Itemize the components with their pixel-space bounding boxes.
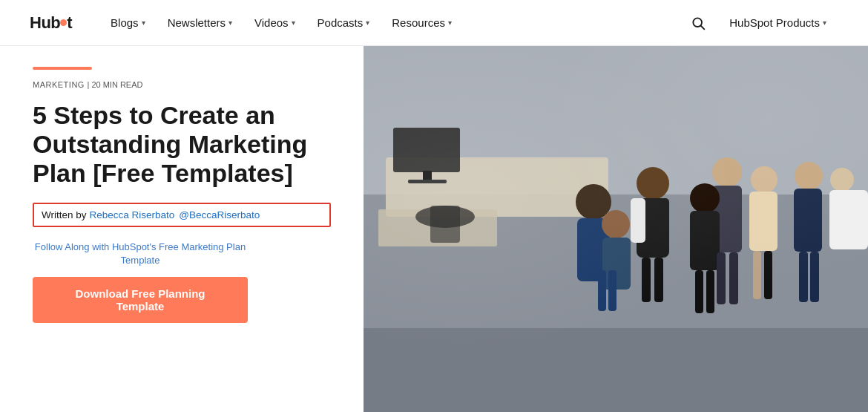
download-button[interactable]: Download Free Planning Template [33,277,248,323]
chevron-down-icon: ▾ [292,19,295,27]
article-hero-image [364,46,868,412]
nav-item-resources[interactable]: Resources ▾ [383,10,461,35]
article-meta: MARKETING | 20 MIN READ [33,80,331,89]
author-name[interactable]: Rebecca Riserbato [90,209,175,220]
nav-item-newsletters[interactable]: Newsletters ▾ [159,10,241,35]
article-panel: MARKETING | 20 MIN READ 5 Steps to Creat… [0,46,364,412]
article-image-panel [364,46,868,412]
search-button[interactable] [685,10,711,36]
cta-description: Follow Along with HubSpot's Free Marketi… [35,241,246,267]
nav-hubspot-products[interactable]: HubSpot Products ▾ [717,10,838,35]
svg-line-1 [701,25,705,29]
image-overlay [364,46,868,412]
chevron-down-icon: ▾ [823,19,826,27]
article-title: 5 Steps to Create an Outstanding Marketi… [33,101,331,188]
author-handle[interactable]: @BeccaRiserbato [179,209,260,220]
chevron-down-icon: ▾ [228,19,232,27]
author-box: Written by Rebecca Riserbato @BeccaRiser… [33,203,331,227]
logo-text: Hubt [30,13,72,33]
main-content: MARKETING | 20 MIN READ 5 Steps to Creat… [0,46,868,412]
logo-dot-icon [60,19,67,26]
chevron-down-icon: ▾ [142,19,145,27]
nav-item-podcasts[interactable]: Podcasts ▾ [309,10,379,35]
nav-item-blogs[interactable]: Blogs ▾ [102,10,154,35]
chevron-down-icon: ▾ [448,19,452,27]
site-logo[interactable]: Hubt [30,13,72,33]
navbar: Hubt Blogs ▾ Newsletters ▾ Videos ▾ Podc… [0,0,868,46]
accent-bar [33,67,92,70]
nav-menu: Blogs ▾ Newsletters ▾ Videos ▾ Podcasts … [102,10,679,35]
nav-item-videos[interactable]: Videos ▾ [246,10,304,35]
author-prefix: Written by [42,209,87,220]
chevron-down-icon: ▾ [366,19,369,27]
